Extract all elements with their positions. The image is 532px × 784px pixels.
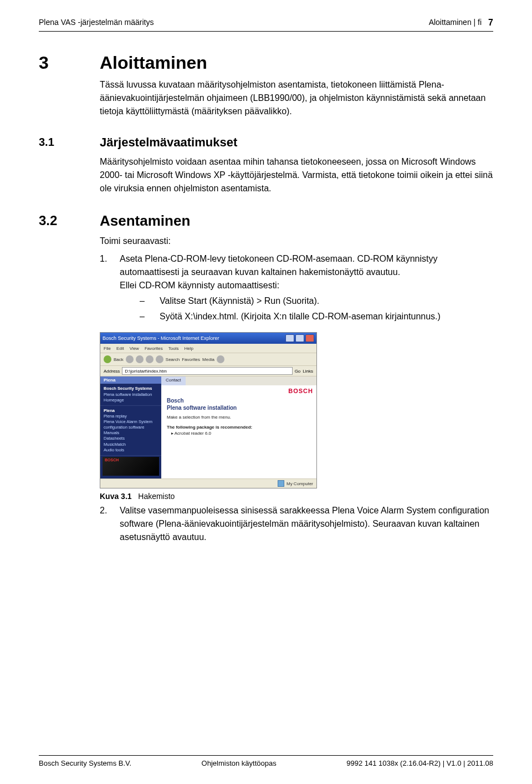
page-header: Plena VAS -järjestelmän määritys Aloitta… <box>39 0 493 28</box>
close-icon[interactable] <box>305 334 314 342</box>
content-tab[interactable]: Contact <box>161 376 186 385</box>
bosch-logo: BOSCH <box>288 388 313 394</box>
content-text-bold: The following package is recommended: <box>167 425 252 430</box>
section-title-32: Asentaminen <box>100 212 493 231</box>
sidebar-item[interactable]: Homepage <box>104 398 124 403</box>
menu-item[interactable]: File <box>104 346 111 351</box>
sidebar-item[interactable]: Manuals <box>104 430 119 435</box>
section-31-para: Määritysohjelmisto voidaan asentaa mihin… <box>100 155 493 195</box>
menu-item[interactable]: Favorites <box>145 346 163 351</box>
go-button[interactable]: Go <box>295 369 301 374</box>
window-titlebar: Bosch Security Systems - Microsoft Inter… <box>100 333 316 344</box>
content-pane: Contact BOSCH Bosch Plena software insta… <box>161 376 316 480</box>
favorites-label[interactable]: Favorites <box>182 357 200 362</box>
search-label[interactable]: Search <box>166 357 180 362</box>
sidebar-tab[interactable]: Plena <box>100 376 161 384</box>
maximize-icon[interactable] <box>295 334 304 342</box>
content-subheading: Plena software installation <box>161 404 316 414</box>
window-title: Bosch Security Systems - Microsoft Inter… <box>103 335 219 341</box>
page-footer: Bosch Security Systems B.V. Ohjelmiston … <box>39 755 493 767</box>
header-section: Aloittaminen | fi <box>429 18 482 28</box>
section-number-32: 3.2 <box>39 212 100 229</box>
menu-item[interactable]: View <box>130 346 139 351</box>
home-icon[interactable] <box>156 355 163 363</box>
ordered-list: 1. Aseta Plena-CD-ROM-levy tietokoneen C… <box>100 252 493 328</box>
toolbar: Back Search Favorites Media <box>100 353 316 366</box>
dash-marker: – <box>140 310 151 323</box>
menu-item[interactable]: Help <box>184 346 193 351</box>
list-item-text: Aseta Plena-CD-ROM-levy tietokoneen CD-R… <box>120 254 438 277</box>
section-title-3: Aloittaminen <box>100 54 493 72</box>
footer-center: Ohjelmiston käyttöopas <box>202 759 277 767</box>
sub-text: Valitse Start (Käynnistä) > Run (Suorita… <box>160 294 319 308</box>
footer-right: 9992 141 1038x (2.16.04-R2) | V1.0 | 201… <box>346 759 493 767</box>
address-input[interactable]: D:\jon\start\index.htm <box>122 367 292 375</box>
back-icon[interactable] <box>104 355 111 363</box>
sidebar-group-title: Plena <box>104 408 115 413</box>
sub-text: Syötä X:\index.html. (Kirjoita X:n tilal… <box>160 310 441 323</box>
menu-item[interactable]: Edit <box>116 346 124 351</box>
links-label[interactable]: Links <box>303 369 313 374</box>
refresh-icon[interactable] <box>146 355 154 363</box>
section-number-3: 3 <box>39 54 100 72</box>
list-item-text: Valitse vasemmanpuoleisessa sinisessä sa… <box>120 504 493 544</box>
address-label: Address <box>104 369 120 374</box>
media-label[interactable]: Media <box>202 357 214 362</box>
address-bar: Address D:\jon\start\index.htm Go Links <box>100 366 316 376</box>
page-number: 7 <box>488 18 493 28</box>
list-marker: 2. <box>100 504 111 544</box>
screenshot-figure: Bosch Security Systems - Microsoft Inter… <box>100 332 317 488</box>
history-icon[interactable] <box>217 355 224 363</box>
minimize-icon[interactable] <box>285 334 294 342</box>
figure-caption: Kuva 3.1 Hakemisto <box>100 492 493 501</box>
back-label[interactable]: Back <box>114 357 124 362</box>
list-item: – Valitse Start (Käynnistä) > Run (Suori… <box>140 294 493 308</box>
sidebar: Plena Bosch Security Systems Plena softw… <box>100 376 161 480</box>
sidebar-item[interactable]: Plena replay <box>104 414 127 419</box>
computer-icon <box>278 480 284 487</box>
sidebar-group-title: Bosch Security Systems <box>104 386 152 391</box>
sidebar-item[interactable]: MusicMatch <box>104 442 126 447</box>
sidebar-item[interactable]: Plena Voice Alarm System configuration s… <box>104 419 152 430</box>
content-link[interactable]: Acrobat reader 6.0 <box>175 431 211 436</box>
sidebar-item[interactable]: Audio tools <box>104 447 124 452</box>
sidebar-promo-image <box>103 457 159 476</box>
list-item-text2: Ellei CD-ROM käynnisty automaattisesti: <box>120 281 279 290</box>
stop-icon[interactable] <box>136 355 144 363</box>
list-marker: 1. <box>100 252 111 328</box>
content-text: Make a selection from the menu. <box>161 414 316 420</box>
dash-marker: – <box>140 294 151 308</box>
footer-left: Bosch Security Systems B.V. <box>39 759 131 767</box>
list-item: – Syötä X:\index.html. (Kirjoita X:n til… <box>140 310 493 323</box>
header-left: Plena VAS -järjestelmän määritys <box>39 18 154 27</box>
sidebar-item[interactable]: Datasheets <box>104 436 125 441</box>
list-item: 2. Valitse vasemmanpuoleisessa sinisessä… <box>100 504 493 544</box>
section-number-31: 3.1 <box>39 135 100 149</box>
menu-bar: File Edit View Favorites Tools Help <box>100 344 316 353</box>
sidebar-item[interactable]: Plena software installation <box>104 392 152 397</box>
menu-item[interactable]: Tools <box>168 346 179 351</box>
section-title-31: Järjestelmävaatimukset <box>100 135 493 151</box>
section-32-intro: Toimi seuraavasti: <box>100 235 493 248</box>
list-item: 1. Aseta Plena-CD-ROM-levy tietokoneen C… <box>100 252 493 328</box>
section-3-para: Tässä luvussa kuvataan määritysohjelmist… <box>100 78 493 118</box>
status-bar: My Computer <box>100 478 316 488</box>
forward-icon[interactable] <box>126 355 134 363</box>
status-text: My Computer <box>287 481 313 486</box>
